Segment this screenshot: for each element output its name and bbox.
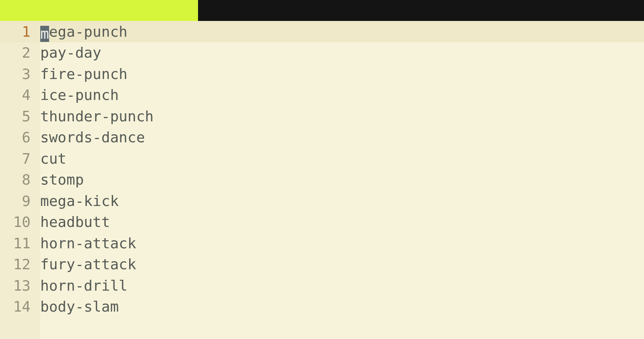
editor-line[interactable]: 6swords-dance (0, 127, 644, 148)
line-content: horn-attack (34, 235, 136, 252)
line-number: 9 (0, 193, 34, 209)
line-content: body-slam (34, 298, 119, 315)
editor-line[interactable]: 2pay-day (0, 42, 644, 64)
editor-line[interactable]: 4ice-punch (0, 85, 644, 106)
line-number: 4 (0, 87, 34, 103)
editor-line[interactable]: 11horn-attack (0, 233, 644, 254)
line-number: 6 (0, 129, 34, 146)
line-content: ice-punch (34, 87, 119, 103)
line-number: 8 (0, 171, 34, 188)
editor-line[interactable]: 3fire-punch (0, 63, 644, 85)
line-number: 1 (0, 23, 34, 40)
line-content: thunder-punch (34, 108, 154, 125)
editor-line[interactable]: 1m ega-punch (0, 21, 644, 42)
buffer-tab[interactable]: p/rhydon_moves.txt (0, 0, 198, 21)
line-content: pay-day (34, 44, 101, 61)
line-content: swords-dance (34, 129, 145, 146)
editor-line[interactable]: 8stomp (0, 169, 644, 191)
editor-lines: 1m ega-punch2pay-day3fire-punch4ice-punc… (0, 21, 644, 317)
line-number: 13 (0, 277, 34, 294)
editor-line[interactable]: 14body-slam (0, 296, 644, 318)
line-number: 5 (0, 108, 34, 125)
line-number: 12 (0, 256, 34, 272)
line-number: 11 (0, 235, 34, 252)
cursor-block: m (40, 26, 49, 42)
line-number: 14 (0, 298, 34, 315)
editor-line[interactable]: 13horn-drill (0, 275, 644, 296)
editor-line[interactable]: 10headbutt (0, 212, 644, 233)
titlebar: p/rhydon_moves.txt (0, 0, 644, 21)
editor-area[interactable]: 1m ega-punch2pay-day3fire-punch4ice-punc… (0, 21, 644, 339)
editor-line[interactable]: 7cut (0, 148, 644, 169)
line-number: 10 (0, 214, 34, 230)
line-content: headbutt (34, 214, 110, 230)
editor-line[interactable]: 12fury-attack (0, 254, 644, 275)
line-content: m ega-punch (34, 23, 128, 40)
line-content: stomp (34, 171, 84, 188)
line-content: horn-drill (34, 277, 128, 294)
editor-line[interactable]: 5thunder-punch (0, 106, 644, 127)
line-content: cut (34, 150, 66, 167)
line-number: 7 (0, 150, 34, 167)
line-content: mega-kick (34, 193, 119, 209)
line-number: 3 (0, 66, 34, 82)
line-number: 2 (0, 44, 34, 61)
line-content: fury-attack (34, 256, 136, 272)
line-content: fire-punch (34, 66, 128, 82)
editor-line[interactable]: 9mega-kick (0, 190, 644, 212)
